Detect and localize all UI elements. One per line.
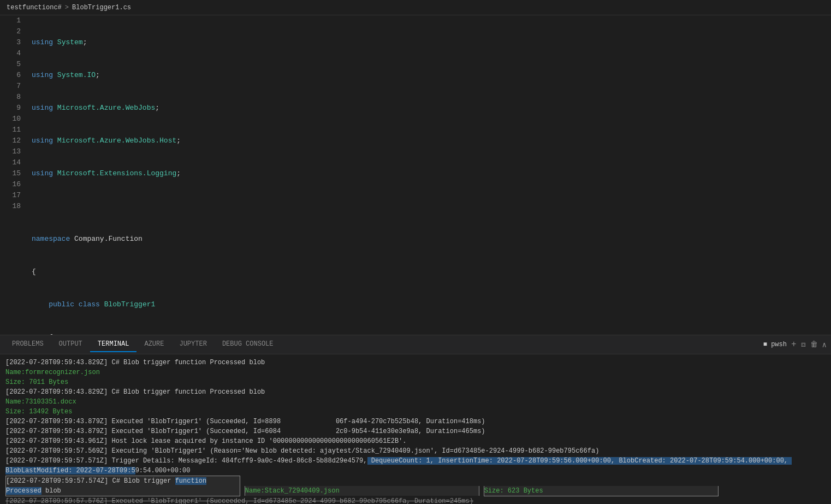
terminal-line-10: [2022-07-28T09:59:57.569Z] Executing 'Bl… bbox=[5, 446, 826, 456]
tab-output[interactable]: OUTPUT bbox=[51, 337, 90, 352]
terminal-line-12: [2022-07-28T09:59:57.574Z] C# Blob trigg… bbox=[5, 476, 240, 496]
terminal-line-2: Name:formrecognizer.json bbox=[5, 367, 826, 377]
terminal-body[interactable]: [2022-07-28T09:59:43.829Z] C# Blob trigg… bbox=[0, 354, 831, 504]
terminal-actions: ■ pwsh + ⧈ 🗑 ∧ bbox=[763, 340, 827, 349]
breadcrumb-project[interactable]: testfunctionc# bbox=[7, 4, 62, 11]
collapse-panel-button[interactable]: ∧ bbox=[822, 340, 827, 349]
terminal-line-8: [2022-07-28T09:59:43.879Z] Executed 'Blo… bbox=[5, 426, 826, 436]
terminal-line-15: [2022-07-28T09:59:57.576Z] Executed 'Blo… bbox=[5, 496, 826, 504]
terminal-line-1: [2022-07-28T09:59:43.829Z] C# Blob trigg… bbox=[5, 358, 826, 367]
terminal-line-9: [2022-07-28T09:59:43.961Z] Host lock lea… bbox=[5, 436, 826, 446]
terminal-line-4: [2022-07-28T09:59:43.829Z] C# Blob trigg… bbox=[5, 387, 826, 397]
split-terminal-button[interactable]: ⧈ bbox=[801, 340, 806, 349]
terminal-container: PROBLEMS OUTPUT TERMINAL AZURE JUPYTER D… bbox=[0, 335, 831, 504]
terminal-line-3: Size: 7011 Bytes bbox=[5, 377, 826, 387]
tab-problems[interactable]: PROBLEMS bbox=[4, 337, 51, 352]
trash-terminal-button[interactable]: 🗑 bbox=[810, 340, 818, 349]
tab-azure[interactable]: AZURE bbox=[136, 337, 171, 352]
terminal-line-6: Size: 13492 Bytes bbox=[5, 407, 826, 417]
tab-terminal[interactable]: TERMINAL bbox=[90, 337, 137, 352]
terminal-line-14: Size: 623 Bytes bbox=[484, 486, 719, 496]
code-editor: 12345 678910 1112131415 161718 using Sys… bbox=[0, 15, 831, 335]
tab-jupyter[interactable]: JUPYTER bbox=[171, 337, 214, 352]
shell-label: ■ pwsh bbox=[763, 341, 787, 348]
terminal-line-11: [2022-07-28T09:59:57.571Z] Trigger Detai… bbox=[5, 456, 826, 476]
code-content[interactable]: using System; using System.IO; using Mic… bbox=[27, 15, 831, 335]
breadcrumb-file[interactable]: BlobTrigger1.cs bbox=[72, 4, 131, 11]
breadcrumb-sep: > bbox=[65, 4, 69, 11]
breadcrumb: testfunctionc# > BlobTrigger1.cs bbox=[0, 0, 831, 15]
terminal-line-7: [2022-07-28T09:59:43.879Z] Executed 'Blo… bbox=[5, 417, 826, 426]
terminal-tabs: PROBLEMS OUTPUT TERMINAL AZURE JUPYTER D… bbox=[0, 335, 831, 354]
terminal-line-5: Name:73103351.docx bbox=[5, 397, 826, 407]
line-numbers: 12345 678910 1112131415 161718 bbox=[0, 15, 27, 335]
new-terminal-button[interactable]: + bbox=[791, 340, 797, 349]
tab-debug-console[interactable]: DEBUG CONSOLE bbox=[215, 337, 281, 352]
terminal-line-13: Name:Stack_72940409.json bbox=[245, 486, 479, 496]
